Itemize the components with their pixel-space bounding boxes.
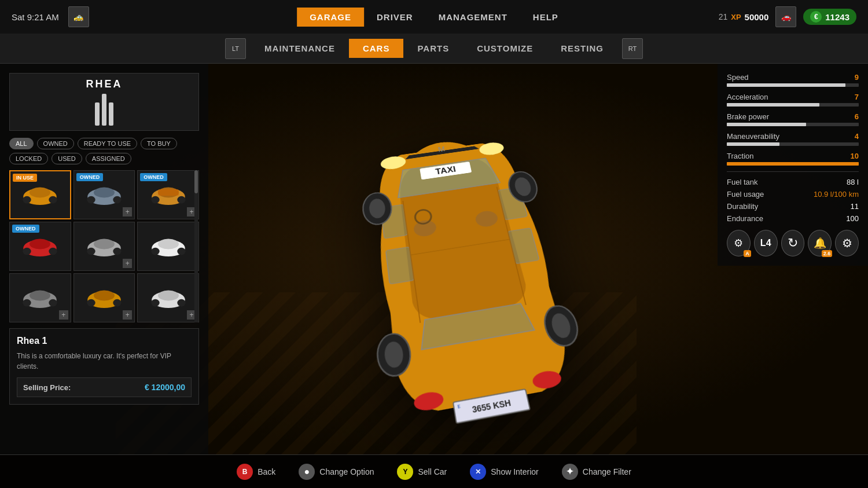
badge-owned-2: OWNED: [140, 173, 167, 181]
cars-scrollbar[interactable]: [194, 170, 198, 322]
stat-brake-row: Brake power 6: [727, 112, 859, 121]
car-price-row: Selling Price: € 12000,00: [17, 377, 192, 397]
stat-speed-bar-bg: [727, 83, 859, 87]
filter-tags: ALL OWNED READY TO USE TO BUY LOCKED USE…: [9, 138, 199, 164]
badge-gear[interactable]: L4: [754, 230, 778, 256]
svg-point-65: [158, 290, 179, 300]
svg-point-47: [49, 247, 57, 255]
car-thumb-4[interactable]: +: [73, 222, 135, 271]
badge-bell[interactable]: 🔔 2.6: [808, 230, 832, 256]
car-thumb-7[interactable]: +: [73, 273, 135, 322]
tab-parts[interactable]: PARTS: [403, 39, 463, 58]
filter-used[interactable]: USED: [52, 153, 82, 164]
svg-point-41: [151, 196, 159, 203]
stat-acc-value: 7: [855, 93, 859, 101]
stat-acc-bar-bg: [727, 103, 859, 107]
fuel-usage-label: Fuel usage: [727, 190, 764, 199]
stat-man-label: Maneuverability: [727, 132, 779, 141]
stat-man-row: Maneuverability 4: [727, 132, 859, 141]
stat-trac-row: Traction 10: [727, 152, 859, 160]
stat-man-bar: [727, 142, 779, 146]
plus-icon-6: +: [59, 310, 68, 320]
tab-driver[interactable]: DRIVER: [364, 8, 426, 27]
filter-ready[interactable]: READY TO USE: [78, 138, 137, 149]
stat-speed-label: Speed: [727, 73, 749, 82]
badge-owned-3: OWNED: [12, 225, 39, 233]
car-thumb-3[interactable]: OWNED: [9, 222, 71, 271]
stat-brake-bar-bg: [727, 123, 859, 126]
badge-drive[interactable]: ↻: [781, 230, 805, 256]
currency-amount: 11243: [825, 12, 849, 22]
car-thumb-img-5: [138, 222, 198, 270]
stat-acc-label: Acceleration: [727, 93, 768, 101]
tab-garage[interactable]: GARAGE: [297, 8, 364, 27]
svg-point-59: [49, 299, 57, 306]
stat-brake: Brake power 6: [727, 112, 859, 126]
stat-trac-bar-bg: [727, 162, 859, 166]
second-nav-icon-left[interactable]: LT: [225, 38, 246, 59]
bottom-bar: B Back ● Change Option Y Sell Car ✕ Show…: [0, 454, 868, 488]
svg-point-46: [23, 247, 31, 255]
action-change-filter[interactable]: ✦ Change Filter: [562, 464, 631, 480]
main-nav: GARAGE DRIVER MANAGEMENT HELP: [297, 8, 571, 27]
svg-point-54: [151, 247, 159, 255]
svg-point-62: [87, 299, 95, 306]
stat-brake-bar: [727, 123, 806, 126]
tab-cars[interactable]: CARS: [349, 39, 404, 58]
car-mini-svg-3: [19, 233, 61, 260]
car-thumb-5[interactable]: [137, 222, 199, 271]
tab-maintenance[interactable]: MAINTENANCE: [251, 39, 349, 58]
fuel-tank-row: Fuel tank 88 l: [727, 178, 859, 186]
btn-lb-icon: ●: [299, 464, 315, 480]
car-mini-svg-2: [148, 181, 189, 209]
badge-engine-label: A: [744, 250, 751, 257]
action-sell[interactable]: Y Sell Car: [397, 464, 447, 480]
stat-brake-value: 6: [855, 112, 859, 121]
filter-all[interactable]: ALL: [9, 138, 34, 149]
car-thumb-6[interactable]: +: [9, 273, 71, 322]
car-thumb-0[interactable]: IN USE: [9, 170, 71, 219]
action-change-option[interactable]: ● Change Option: [299, 464, 374, 480]
tab-help[interactable]: HELP: [520, 8, 571, 27]
svg-point-58: [23, 299, 31, 306]
currency-badge: € 11243: [803, 9, 856, 25]
svg-point-61: [94, 290, 115, 300]
brand-line-2: [102, 94, 106, 126]
plus-icon-7: +: [123, 310, 132, 320]
filter-assigned[interactable]: ASSIGNED: [86, 153, 131, 164]
stats-divider: [727, 171, 859, 172]
car-mini-svg-5: [148, 233, 189, 260]
tab-customize[interactable]: CUSTOMIZE: [463, 39, 547, 58]
nav-icon-right[interactable]: 🚗: [775, 6, 796, 27]
tab-management[interactable]: MANAGEMENT: [426, 8, 520, 27]
car-mini-svg-6: [19, 284, 61, 312]
gear-icon: L4: [760, 238, 771, 248]
taxi-svg: TAXI 3655 KSH E M: [315, 101, 660, 454]
plus-icon-4: +: [123, 259, 132, 268]
tab-resting[interactable]: RESTING: [547, 39, 617, 58]
car-thumb-1[interactable]: OWNED +: [73, 170, 135, 219]
nav-icon-left[interactable]: 🚕: [68, 6, 89, 27]
car-thumb-2[interactable]: OWNED +: [137, 170, 199, 219]
action-show-interior[interactable]: ✕ Show Interior: [470, 464, 538, 480]
second-nav-icon-right[interactable]: RT: [622, 38, 643, 59]
brand-logo-box: RHEA: [9, 73, 199, 131]
currency-icon: €: [810, 11, 822, 23]
stat-acc-bar: [727, 103, 819, 107]
filter-locked[interactable]: LOCKED: [9, 153, 48, 164]
car-thumb-8[interactable]: +: [137, 273, 199, 322]
main-content: TAXI 3655 KSH E M RHEA: [0, 64, 868, 454]
action-back[interactable]: B Back: [237, 464, 275, 480]
price-label: Selling Price:: [23, 383, 71, 392]
badge-settings[interactable]: ⚙: [835, 230, 859, 256]
xp-badge: 21 XP 50000: [719, 12, 769, 22]
svg-point-55: [177, 247, 185, 255]
filter-tobuy[interactable]: TO BUY: [141, 138, 177, 149]
btn-x-icon: ✕: [470, 464, 486, 480]
filter-owned[interactable]: OWNED: [37, 138, 74, 149]
right-panel: Speed 9 Acceleration 7 Brake power 6: [718, 64, 868, 266]
btn-y-icon: Y: [397, 464, 413, 480]
svg-point-38: [113, 196, 121, 203]
badge-engine[interactable]: ⚙ A: [727, 230, 751, 256]
stat-speed-value: 9: [855, 73, 859, 82]
